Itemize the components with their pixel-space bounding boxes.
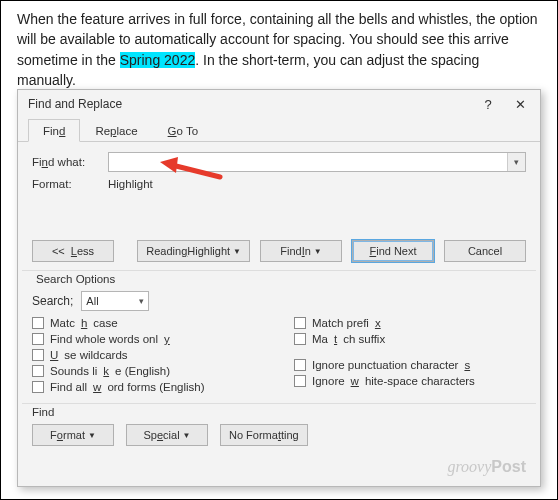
format-value: Highlight	[108, 178, 153, 190]
checkbox-ignore-whitespace[interactable]: Ignore white-space characters	[294, 375, 526, 387]
tab-replace[interactable]: Replace	[80, 119, 152, 142]
tab-find[interactable]: Find	[28, 119, 80, 142]
find-what-label: Find what:	[32, 156, 108, 168]
checkbox-match-case[interactable]: Match case	[32, 317, 264, 329]
find-next-button[interactable]: Find Next	[352, 240, 434, 262]
tab-goto[interactable]: Go To	[153, 119, 213, 142]
reading-highlight-button[interactable]: Reading Highlight▼	[137, 240, 250, 262]
cancel-button[interactable]: Cancel	[444, 240, 526, 262]
chevron-down-icon[interactable]: ▾	[507, 153, 525, 171]
search-options-header: Search Options	[22, 270, 536, 289]
chevron-down-icon: ▾	[139, 296, 144, 306]
checkbox-whole-words[interactable]: Find whole words only	[32, 333, 264, 345]
checkbox-wildcards[interactable]: Use wildcards	[32, 349, 264, 361]
watermark-brand: groovyPost	[447, 458, 526, 476]
format-label: Format:	[32, 178, 108, 190]
search-direction-label: Search;	[32, 294, 73, 308]
no-formatting-button[interactable]: No Formatting	[220, 424, 308, 446]
help-button[interactable]: ?	[472, 93, 504, 115]
close-button[interactable]: ✕	[504, 93, 536, 115]
format-button[interactable]: Format▼	[32, 424, 114, 446]
dialog-title: Find and Replace	[28, 97, 472, 111]
checkbox-match-prefix[interactable]: Match prefix	[294, 317, 526, 329]
find-in-button[interactable]: Find In▼	[260, 240, 342, 262]
find-section-header: Find	[32, 406, 526, 418]
find-what-input[interactable]: ▾	[108, 152, 526, 172]
highlighted-text-cyan: Spring 2022	[120, 52, 196, 68]
dialog-titlebar[interactable]: Find and Replace ? ✕	[18, 90, 540, 118]
checkbox-match-suffix[interactable]: Match suffix	[294, 333, 526, 345]
checkbox-all-word-forms[interactable]: Find all word forms (English)	[32, 381, 264, 393]
checkbox-ignore-punctuation[interactable]: Ignore punctuation characters	[294, 359, 526, 371]
special-button[interactable]: Special▼	[126, 424, 208, 446]
checkbox-sounds-like[interactable]: Sounds like (English)	[32, 365, 264, 377]
find-replace-dialog: Find and Replace ? ✕ Find Replace Go To …	[17, 89, 541, 487]
less-button[interactable]: << Less	[32, 240, 114, 262]
dialog-tabs: Find Replace Go To	[18, 118, 540, 142]
search-direction-select[interactable]: All ▾	[81, 291, 149, 311]
